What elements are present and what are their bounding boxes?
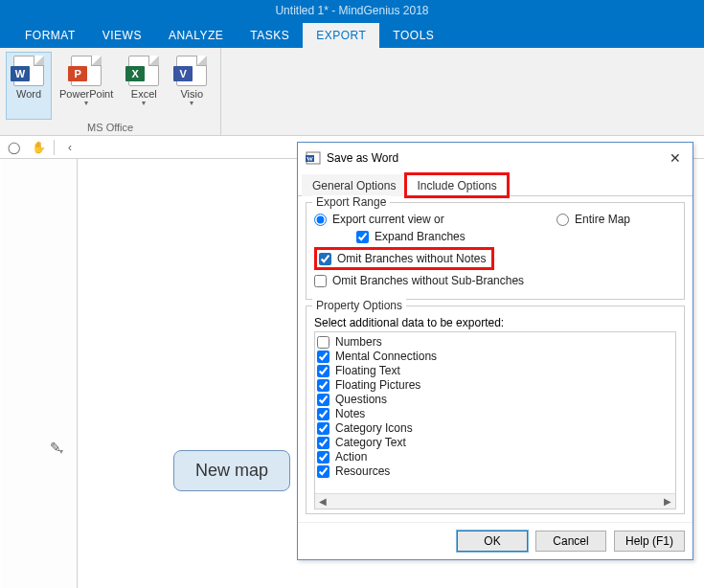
prop-item-resources[interactable]: Resources [317, 464, 673, 478]
tab-export[interactable]: EXPORT [303, 23, 379, 48]
prop-item-action[interactable]: Action [317, 450, 673, 464]
prop-item-label: Notes [335, 407, 365, 420]
export-range-legend: Export Range [312, 195, 390, 209]
word-icon: W [13, 56, 44, 86]
collapse-left-icon[interactable]: ‹ [60, 138, 79, 157]
dialog-tab-general[interactable]: General Options [302, 174, 406, 196]
prop-item-mental-connections-input[interactable] [317, 351, 329, 363]
prop-item-category-text-input[interactable] [317, 437, 329, 449]
export-range-group: Export Range Export current view or Enti… [306, 202, 685, 300]
radio-entire-map-input[interactable] [556, 214, 569, 226]
radio-export-current-label: Export current view or [332, 213, 444, 226]
cancel-button[interactable]: Cancel [535, 531, 606, 552]
tab-views[interactable]: VIEWS [89, 23, 155, 48]
prop-item-numbers-input[interactable] [317, 336, 329, 349]
tab-tools[interactable]: TOOLS [379, 23, 447, 48]
hscroll-left-icon[interactable]: ◀ [315, 494, 330, 509]
dialog-titlebar: W Save as Word ✕ [298, 143, 693, 173]
ribbon-word-label: Word [16, 88, 41, 100]
tab-analyze[interactable]: ANALYZE [155, 23, 237, 48]
prop-item-category-icons-input[interactable] [317, 422, 329, 435]
tab-format[interactable]: FORMAT [11, 23, 89, 48]
check-omit-notes-label: Omit Branches without Notes [337, 252, 486, 265]
dialog-title-text: Save as Word [327, 151, 398, 165]
property-list-hscroll[interactable]: ◀ ▶ [315, 493, 675, 509]
prop-item-questions[interactable]: Questions [317, 393, 673, 406]
prop-item-floating-pictures[interactable]: Floating Pictures [317, 378, 673, 392]
ok-button[interactable]: OK [457, 531, 528, 552]
lasso-tool-icon[interactable]: ◯ [4, 138, 23, 157]
highlight-omit-notes: Omit Branches without Notes [314, 247, 494, 270]
check-expand-branches-label: Expand Branches [375, 230, 466, 243]
prop-item-floating-text[interactable]: Floating Text [317, 364, 673, 377]
ribbon-visio-button[interactable]: V Visio ▾ [169, 52, 215, 120]
prop-item-mental-connections[interactable]: Mental Connections [317, 350, 673, 363]
prop-item-action-input[interactable] [317, 451, 329, 464]
check-omit-notes-input[interactable] [319, 253, 331, 265]
ribbon: W Word P PowerPoint ▾ X Excel ▾ V Visio … [0, 48, 704, 136]
save-as-word-dialog: W Save as Word ✕ General Options Include… [297, 142, 693, 560]
pan-tool-icon[interactable]: ✋ [29, 138, 48, 157]
word-small-icon: W [306, 150, 321, 166]
check-omit-notes[interactable]: Omit Branches without Notes [319, 252, 486, 265]
prop-item-label: Floating Text [335, 364, 400, 377]
tab-tasks[interactable]: TASKS [237, 23, 303, 48]
check-omit-sub-label: Omit Branches without Sub-Branches [332, 274, 524, 287]
prop-item-label: Mental Connections [335, 350, 437, 363]
radio-export-current[interactable]: Export current view or [314, 213, 444, 226]
dialog-button-row: OK Cancel Help (F1) [298, 522, 693, 559]
prop-item-floating-text-input[interactable] [317, 365, 329, 377]
prop-item-floating-pictures-input[interactable] [317, 379, 329, 392]
check-expand-branches-input[interactable] [356, 231, 369, 243]
property-list-scroll[interactable]: Numbers Mental Connections Floating Text… [315, 332, 675, 493]
prop-item-category-icons[interactable]: Category Icons [317, 421, 673, 435]
property-options-legend: Property Options [312, 299, 406, 312]
prop-item-label: Category Icons [335, 421, 413, 435]
prop-item-label: Floating Pictures [335, 378, 420, 392]
powerpoint-icon: P [71, 56, 102, 86]
prop-item-notes[interactable]: Notes [317, 407, 673, 420]
left-rail [1, 159, 78, 588]
prop-item-label: Resources [335, 464, 390, 478]
prop-item-label: Category Text [335, 436, 406, 449]
window-title: Untitled 1* - MindGenius 2018 [0, 0, 704, 21]
check-omit-sub[interactable]: Omit Branches without Sub-Branches [314, 274, 524, 287]
radio-entire-map[interactable]: Entire Map [556, 213, 630, 226]
excel-icon: X [128, 56, 159, 86]
edit-pencil-icon[interactable]: ✎▾ [43, 437, 72, 458]
svg-text:W: W [307, 155, 313, 163]
prop-item-label: Questions [335, 393, 387, 406]
prop-item-category-text[interactable]: Category Text [317, 436, 673, 449]
hscroll-right-icon[interactable]: ▶ [660, 494, 675, 509]
ribbon-powerpoint-button[interactable]: P PowerPoint ▾ [54, 52, 119, 120]
ribbon-excel-button[interactable]: X Excel ▾ [121, 52, 167, 120]
dialog-close-button[interactable]: ✕ [666, 148, 685, 168]
ribbon-word-button[interactable]: W Word [6, 52, 52, 120]
check-expand-branches[interactable]: Expand Branches [356, 230, 466, 243]
check-omit-sub-input[interactable] [314, 275, 327, 287]
help-button[interactable]: Help (F1) [614, 531, 685, 552]
prop-item-numbers[interactable]: Numbers [317, 335, 673, 349]
dialog-tabs: General Options Include Options [298, 173, 693, 196]
prop-item-label: Action [335, 450, 367, 464]
ribbon-group-msoffice: W Word P PowerPoint ▾ X Excel ▾ V Visio … [0, 48, 221, 135]
main-tab-strip: FORMAT VIEWS ANALYZE TASKS EXPORT TOOLS [0, 21, 704, 48]
chevron-down-icon: ▾ [142, 102, 146, 105]
visio-icon: V [176, 56, 207, 86]
radio-export-current-input[interactable] [314, 214, 327, 226]
property-list: Numbers Mental Connections Floating Text… [314, 331, 676, 509]
property-options-group: Property Options Select additional data … [306, 305, 685, 514]
ribbon-group-label: MS Office [6, 120, 215, 135]
radio-entire-map-label: Entire Map [575, 213, 630, 226]
property-options-instruction: Select additional data to be exported: [314, 316, 676, 329]
prop-item-questions-input[interactable] [317, 394, 329, 406]
prop-item-label: Numbers [335, 335, 382, 349]
map-root-node[interactable]: New map [173, 450, 290, 491]
dialog-tab-include[interactable]: Include Options [406, 174, 507, 196]
chevron-down-icon: ▾ [190, 102, 193, 105]
chevron-down-icon: ▾ [84, 102, 88, 105]
prop-item-notes-input[interactable] [317, 408, 329, 420]
prop-item-resources-input[interactable] [317, 465, 329, 478]
